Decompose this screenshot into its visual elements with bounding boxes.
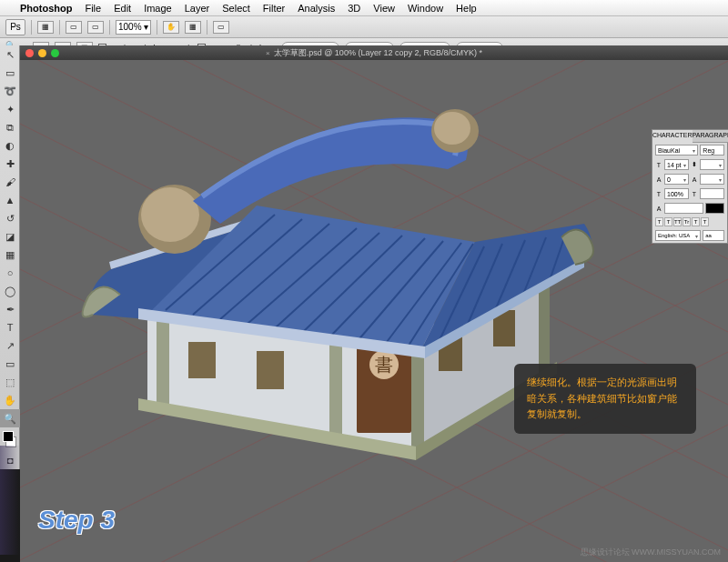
chevron-down-icon: ▾ [144, 22, 148, 32]
faux-bold-button[interactable]: T [655, 217, 663, 226]
crop-tool-icon[interactable]: ⧉ [0, 118, 20, 136]
document-title: 太学草图.psd @ 100% (Layer 12 copy 2, RGB/8/… [274, 47, 482, 59]
tracking-field[interactable]: ▾ [700, 174, 724, 185]
maximize-window-button[interactable] [51, 49, 59, 57]
foreground-color[interactable] [3, 431, 14, 442]
view-extras-icon[interactable]: ▭ [66, 21, 82, 34]
tab-character[interactable]: CHARACTER [652, 130, 693, 143]
hand-tool-icon[interactable]: ✋ [0, 391, 20, 409]
superscript-button[interactable]: T [692, 217, 700, 226]
brush-tool-icon[interactable]: 🖌 [0, 173, 20, 191]
tab-paragraph[interactable]: PARAGRAPH [693, 130, 728, 143]
vscale-icon: T [655, 191, 662, 197]
vscale-field[interactable]: 100% [664, 188, 689, 199]
font-size-field[interactable]: 14 pt▾ [664, 159, 689, 170]
svg-rect-22 [157, 315, 169, 410]
svg-rect-19 [257, 351, 284, 389]
character-panel[interactable]: CHARACTER PARAGRAPH BiauKai▾ Reg T 14 pt… [652, 129, 728, 244]
lasso-tool-icon[interactable]: ➰ [0, 82, 20, 100]
tutorial-annotation: 继续细化。根据一定的光源画出明暗关系，各种建筑细节比如窗户能复制就复制。 [514, 364, 696, 434]
document-window: × 太学草图.psd @ 100% (Layer 12 copy 2, RGB/… [20, 45, 728, 562]
baseline-icon: A [655, 206, 662, 212]
watermark-text: 思缘设计论坛 WWW.MISSYUAN.COM [581, 547, 722, 558]
font-family-select[interactable]: BiauKai▾ [655, 145, 698, 156]
dodge-tool-icon[interactable]: ◯ [0, 282, 20, 300]
svg-rect-25 [539, 278, 550, 374]
eyedropper-tool-icon[interactable]: ◐ [0, 136, 20, 155]
dock-edge [0, 446, 20, 555]
font-style-select[interactable]: Reg [700, 145, 724, 156]
step-label: Step 3 [38, 506, 115, 535]
launch-bridge-icon[interactable]: ▦ [37, 21, 54, 34]
path-select-tool-icon[interactable]: ↗ [0, 336, 20, 355]
annotation-text: 继续细化。根据一定的光源画出明暗关系，各种建筑细节比如窗户能复制就复制。 [527, 376, 677, 419]
shape-tool-icon[interactable]: ▭ [0, 355, 20, 373]
gradient-tool-icon[interactable]: ▦ [0, 246, 20, 264]
font-size-icon: T [655, 162, 662, 168]
hscale-field[interactable] [700, 188, 724, 199]
svg-text:書: 書 [375, 355, 393, 375]
leading-icon: ⬍ [691, 161, 698, 168]
eraser-tool-icon[interactable]: ◪ [0, 227, 20, 246]
hand-tool-icon[interactable]: ✋ [163, 21, 179, 34]
arrange-docs-icon[interactable]: ▦ [185, 21, 201, 34]
baseline-field[interactable] [664, 203, 703, 214]
menu-view[interactable]: View [373, 3, 395, 14]
faux-italic-button[interactable]: T [664, 217, 672, 226]
menu-edit[interactable]: Edit [114, 3, 131, 14]
stamp-tool-icon[interactable]: ▲ [0, 191, 20, 209]
window-controls [25, 49, 59, 57]
tools-panel: ↖ ▭ ➰ ✦ ⧉ ◐ ✚ 🖌 ▲ ↺ ◪ ▦ ○ ◯ ✒ T ↗ ▭ ⬚ ✋ … [0, 45, 20, 469]
view-extras2-icon[interactable]: ▭ [87, 21, 104, 34]
blur-tool-icon[interactable]: ○ [0, 264, 20, 282]
subscript-button[interactable]: T [701, 217, 709, 226]
type-style-buttons: T T TT Tr T T [652, 216, 727, 228]
magic-wand-tool-icon[interactable]: ✦ [0, 100, 20, 118]
menu-analysis[interactable]: Analysis [298, 3, 335, 14]
tab-close-icon[interactable]: × [266, 49, 270, 57]
tracking-icon: A [691, 176, 698, 183]
ps-logo-icon[interactable]: Ps [5, 19, 25, 35]
canvas[interactable]: 書 [20, 60, 728, 562]
smallcaps-button[interactable]: Tr [682, 217, 691, 226]
menu-select[interactable]: Select [222, 3, 250, 14]
hscale-icon: T [691, 191, 698, 197]
mac-menubar: Photoshop File Edit Image Layer Select F… [0, 0, 728, 16]
menu-layer[interactable]: Layer [185, 3, 210, 14]
zoom-value: 100% [118, 22, 142, 32]
menu-file[interactable]: File [85, 3, 101, 14]
menu-window[interactable]: Window [408, 3, 443, 14]
type-tool-icon[interactable]: T [0, 318, 20, 336]
history-brush-tool-icon[interactable]: ↺ [0, 209, 20, 227]
canvas-artwork: 書 [20, 60, 728, 562]
text-color-swatch[interactable] [705, 203, 724, 214]
pen-tool-icon[interactable]: ✒ [0, 300, 20, 318]
app-menu[interactable]: Photoshop [20, 3, 72, 14]
svg-rect-18 [188, 342, 216, 378]
zoom-level-select[interactable]: 100% ▾ [116, 20, 151, 35]
minimize-window-button[interactable] [38, 49, 46, 57]
close-window-button[interactable] [25, 49, 34, 57]
kerning-icon: A [655, 176, 662, 183]
leading-field[interactable]: ▾ [700, 159, 724, 170]
window-titlebar[interactable]: × 太学草图.psd @ 100% (Layer 12 copy 2, RGB/… [20, 45, 728, 60]
svg-point-33 [434, 112, 470, 145]
marquee-tool-icon[interactable]: ▭ [0, 64, 20, 82]
antialias-select[interactable]: aa [703, 230, 724, 241]
allcaps-button[interactable]: TT [673, 217, 682, 226]
language-select[interactable]: English: USA▾ [655, 230, 701, 241]
menu-image[interactable]: Image [144, 3, 172, 14]
menu-3d[interactable]: 3D [348, 3, 360, 14]
menu-filter[interactable]: Filter [263, 3, 285, 14]
zoom-tool-icon[interactable]: 🔍 [0, 409, 20, 427]
menu-help[interactable]: Help [456, 3, 477, 14]
move-tool-icon[interactable]: ↖ [0, 45, 20, 64]
screen-mode-icon[interactable]: ▭ [213, 21, 229, 34]
app-toolbar: Ps ▦ ▭ ▭ 100% ▾ ✋ ▦ ▭ [0, 16, 728, 38]
healing-tool-icon[interactable]: ✚ [0, 155, 20, 173]
svg-point-31 [141, 187, 199, 242]
kerning-field[interactable]: 0▾ [664, 174, 689, 185]
3d-tool-icon[interactable]: ⬚ [0, 373, 20, 391]
